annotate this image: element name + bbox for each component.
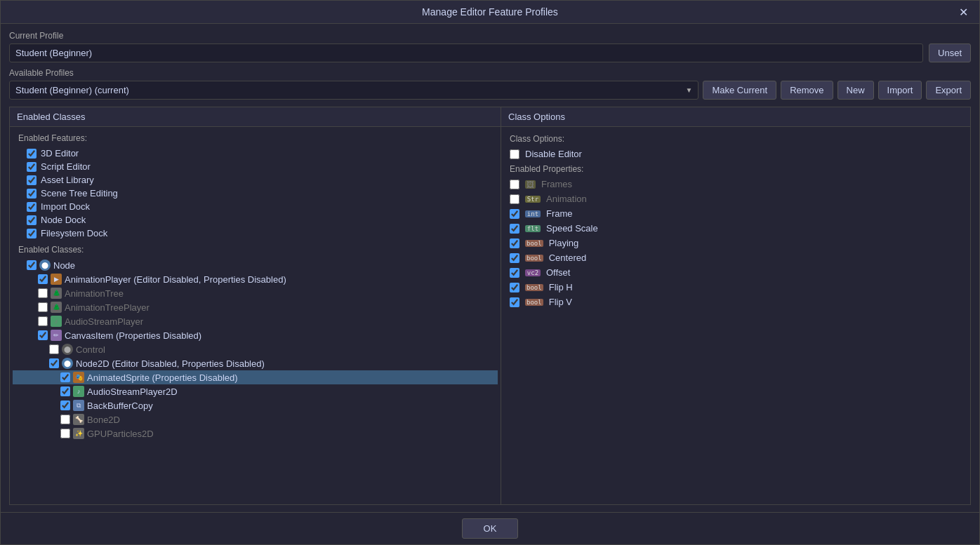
node-icon: ⬤ [39,260,51,271]
left-panel-body: Enabled Features: 3D Editor Script Edito… [10,127,501,504]
feature-script-editor: Script Editor [13,160,498,173]
current-profile-value: Student (Beginner) [9,43,923,62]
dialog-content: Current Profile Student (Beginner) Unset… [1,24,979,512]
prop-playing-checkbox[interactable] [510,238,519,248]
classes-label: Enabled Classes: [13,243,498,257]
prop-flip-h-label: Flip H [549,282,573,292]
prop-frame-label: Frame [546,208,573,219]
anim-tree-player-icon: 🌲 [51,302,62,313]
profile-select[interactable]: Student (Beginner) (current) ▼ [9,81,698,100]
class-animation-tree-player-checkbox[interactable] [38,302,48,312]
available-profiles-label: Available Profiles [9,68,971,78]
class-canvas-item-checkbox[interactable] [38,330,48,340]
anim-tree-icon: 🌲 [51,288,62,299]
disable-editor-label: Disable Editor [525,149,582,159]
remove-button[interactable]: Remove [781,81,833,100]
class-animation-player-checkbox[interactable] [38,274,48,284]
prop-flip-v-checkbox[interactable] [510,297,519,307]
new-button[interactable]: New [837,81,874,100]
prop-animation-label: Animation [546,194,587,204]
class-canvas-item-label: CanvasItem (Properties Disabled) [65,330,495,341]
class-node2d-checkbox[interactable] [49,358,59,368]
ok-button[interactable]: OK [462,518,519,539]
class-node: ⬤ Node [13,258,498,272]
export-button[interactable]: Export [926,81,971,100]
class-control-label: Control [76,344,495,355]
feature-asset-library-checkbox[interactable] [27,175,37,185]
profile-select-value: Student (Beginner) (current) [15,85,129,95]
feature-node-dock-checkbox[interactable] [27,215,37,225]
control-icon: ⬤ [62,344,73,355]
class-animation-player-label: AnimationPlayer (Editor Disabled, Proper… [65,274,495,285]
prop-frames-label: Frames [541,179,572,189]
dialog-footer: OK [1,512,979,544]
class-bone2d-checkbox[interactable] [60,415,70,424]
class-bone2d-label: Bone2D [87,415,495,425]
class-control-checkbox[interactable] [49,344,59,354]
prop-offset-checkbox[interactable] [510,268,519,278]
class-audio-stream-player-label: AudioStreamPlayer [65,316,495,327]
class-animated-sprite[interactable]: 🎭 AnimatedSprite (Properties Disabled) [13,370,498,384]
animation-type-badge: Str [525,196,541,203]
class-audio-stream-player2d-checkbox[interactable] [60,386,70,396]
import-button[interactable]: Import [878,81,922,100]
available-profiles-row: Student (Beginner) (current) ▼ Make Curr… [9,81,971,100]
prop-playing-label: Playing [549,238,579,248]
class-animated-sprite-checkbox[interactable] [60,372,70,382]
prop-frame-checkbox[interactable] [510,209,519,219]
prop-speed-scale-checkbox[interactable] [510,224,519,234]
close-button[interactable]: ✕ [955,4,972,20]
class-audio-stream-player-checkbox[interactable] [38,316,48,326]
features-label: Enabled Features: [13,131,498,145]
prop-flip-v-label: Flip V [549,297,572,307]
class-animation-tree: 🌲 AnimationTree [13,286,498,300]
class-back-buffer-copy-checkbox[interactable] [60,401,70,410]
feature-3d-editor-checkbox[interactable] [27,149,37,159]
prop-animation: Str Animation [504,191,967,206]
disable-editor-checkbox[interactable] [510,149,519,159]
make-current-button[interactable]: Make Current [703,81,776,100]
left-panel: Enabled Classes Enabled Features: 3D Edi… [10,107,501,504]
feature-3d-editor-label: 3D Editor [41,148,79,159]
class-canvas-item: ✏ CanvasItem (Properties Disabled) [13,328,498,342]
feature-scene-tree-checkbox[interactable] [27,189,37,199]
class-animation-tree-label: AnimationTree [65,288,495,299]
feature-script-editor-label: Script Editor [41,161,91,172]
current-profile-label: Current Profile [9,31,971,41]
class-animation-tree-checkbox[interactable] [38,288,48,298]
prop-centered-checkbox[interactable] [510,253,519,263]
offset-type-badge: vc2 [525,269,541,276]
feature-filesystem-dock-checkbox[interactable] [27,229,37,238]
feature-node-dock-label: Node Dock [41,215,86,225]
feature-3d-editor: 3D Editor [13,147,498,160]
class-animated-sprite-label: AnimatedSprite (Properties Disabled) [87,372,495,383]
class-node2d: ⬤ Node2D (Editor Disabled, Properties Di… [13,356,498,370]
feature-node-dock: Node Dock [13,213,498,227]
canvas-item-icon: ✏ [51,330,62,341]
class-back-buffer-copy-label: BackBufferCopy [87,401,495,411]
current-profile-row: Student (Beginner) Unset [9,43,971,62]
feature-script-editor-checkbox[interactable] [27,162,37,172]
left-panel-header: Enabled Classes [10,107,501,127]
class-control: ⬤ Control [13,342,498,356]
feature-import-dock: Import Dock [13,200,498,213]
class-bone2d: 🦴 Bone2D [13,412,498,426]
class-gpu-particles2d-label: GPUParticles2D [87,429,495,439]
class-animation-tree-player: 🌲 AnimationTreePlayer [13,300,498,314]
prop-speed-scale-label: Speed Scale [546,223,598,234]
feature-import-dock-checkbox[interactable] [27,202,37,212]
audio-stream-player-icon: ♪ [51,316,62,327]
class-gpu-particles2d-checkbox[interactable] [60,429,70,438]
feature-scene-tree-label: Scene Tree Editing [41,188,118,199]
prop-flip-h-checkbox[interactable] [510,283,519,292]
flip-h-type-badge: bool [525,284,543,291]
class-node-checkbox[interactable] [27,260,37,270]
disable-editor-row: Disable Editor [504,147,967,161]
animated-sprite-icon: 🎭 [73,372,84,383]
select-arrow-icon: ▼ [685,86,692,94]
prop-animation-checkbox[interactable] [510,194,519,204]
feature-asset-library: Asset Library [13,173,498,187]
unset-button[interactable]: Unset [929,43,971,62]
prop-frames-checkbox[interactable] [510,180,519,189]
prop-flip-v: bool Flip V [504,295,967,309]
